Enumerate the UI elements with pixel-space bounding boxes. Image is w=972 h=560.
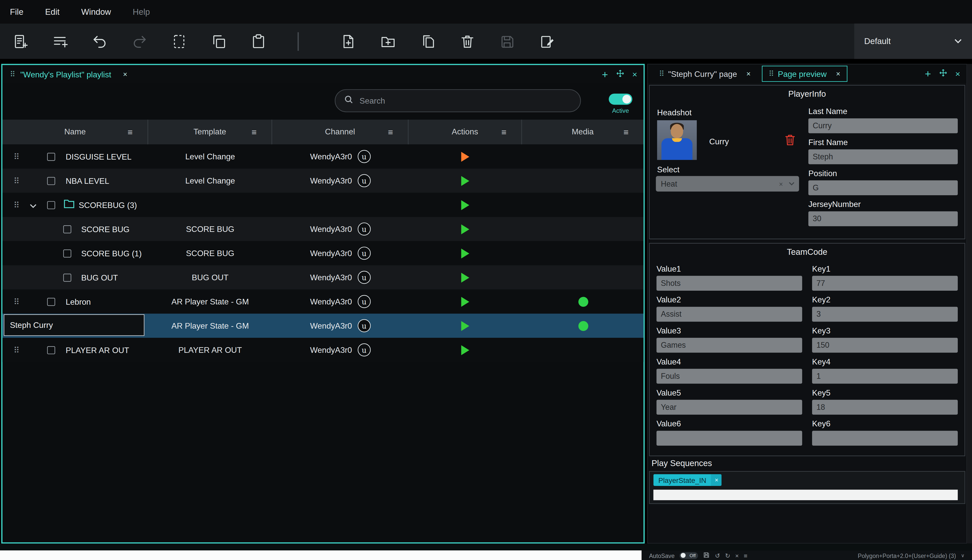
headshot-image[interactable] [657,120,697,160]
play-button[interactable] [461,176,469,185]
drag-handle-icon[interactable]: ⠿ [769,70,774,78]
column-header-channel[interactable]: Channel≡ [272,120,408,144]
add-playlist-row-button[interactable] [52,33,68,49]
list-icon[interactable]: ≡ [744,552,747,559]
search-box[interactable] [335,89,581,112]
sequence-tag[interactable]: PlayerState_IN× [653,474,722,486]
menu-edit[interactable]: Edit [45,7,60,17]
row-checkbox[interactable] [63,249,71,257]
active-toggle[interactable] [609,94,632,105]
add-note-button[interactable] [12,33,28,49]
profile-dropdown[interactable]: Default [854,24,972,59]
player-field-input[interactable] [808,211,958,226]
playlist-row[interactable]: ⠿ Lebron AR Player State - GM WendyA3r0 … [3,289,644,313]
redo-icon[interactable]: ↻ [725,552,730,559]
play-button[interactable] [461,297,469,307]
column-menu-icon[interactable]: ≡ [128,120,133,144]
player-field-input[interactable] [808,149,958,164]
playlist-row[interactable]: ⠿ SCOREBUG (3) [3,193,644,217]
playlist-row[interactable]: ⠿ SCORE BUG SCORE BUG WendyA3r0 u [3,217,644,241]
row-checkbox[interactable] [63,225,71,233]
close-icon[interactable]: × [632,70,637,79]
column-menu-icon[interactable]: ≡ [252,120,257,144]
play-button[interactable] [461,272,469,282]
teamcode-value-input[interactable] [657,400,802,415]
save-button[interactable] [499,33,515,49]
undo-icon[interactable]: ↺ [715,552,720,559]
chevron-down-icon[interactable] [789,182,795,186]
play-button[interactable] [461,321,469,331]
player-field-input[interactable] [808,180,958,195]
copy-button[interactable] [211,33,227,49]
row-checkbox[interactable] [63,273,71,282]
rename-page-button[interactable] [539,33,555,49]
delete-button[interactable] [459,33,475,49]
playlist-tab[interactable]: ⠿ "Wendy's Playlist" playlist × [3,65,135,84]
drag-handle-icon[interactable]: ⠿ [14,345,19,355]
sequence-tag-remove-icon[interactable]: × [711,474,722,486]
close-icon[interactable]: × [955,70,960,78]
teamcode-key-input[interactable] [812,276,958,291]
teamcode-key-input[interactable] [812,431,958,445]
add-icon[interactable]: + [602,69,608,80]
row-checkbox[interactable] [47,152,55,161]
row-checkbox[interactable] [47,177,55,185]
column-menu-icon[interactable]: ≡ [624,120,629,144]
playlist-row[interactable]: ⠿ SCORE BUG (1) SCORE BUG WendyA3r0 u [3,241,644,265]
search-input[interactable] [358,95,547,106]
playlist-row[interactable]: ⠿ Steph Curry AR Player State - GM Wendy… [3,313,644,338]
close-icon[interactable]: × [836,70,840,78]
row-checkbox[interactable] [47,346,55,354]
new-folder-button[interactable] [380,33,396,49]
drag-handle-icon[interactable]: ⠿ [14,200,19,210]
delete-headshot-icon[interactable] [785,134,795,148]
drag-handle-icon[interactable]: ⠿ [659,70,664,78]
play-button[interactable] [461,345,469,355]
drag-handle-icon[interactable]: ⠿ [14,176,19,185]
play-button[interactable] [461,152,469,162]
row-checkbox[interactable] [47,298,55,306]
player-field-input[interactable] [808,118,958,133]
playlist-row[interactable]: ⠿ DISGUISE LEVEL Level Change WendyA3r0 … [3,144,644,168]
team-select-dropdown[interactable]: Heat × [656,176,799,192]
duplicate-page-button[interactable] [420,33,435,49]
play-sequence-input[interactable] [653,490,958,500]
paste-button[interactable] [250,33,267,49]
rename-input[interactable] [4,320,144,330]
drag-handle-icon[interactable]: ⠿ [10,70,15,79]
teamcode-key-input[interactable] [812,369,958,383]
column-header-actions[interactable]: Actions≡ [408,120,522,144]
menu-window[interactable]: Window [81,7,111,17]
column-header-name[interactable]: Name≡ [3,120,148,144]
playlist-row[interactable]: ⠿ BUG OUT BUG OUT WendyA3r0 u [3,265,644,289]
teamcode-value-input[interactable] [657,307,802,322]
play-button[interactable] [461,248,469,258]
undo-button[interactable] [92,33,108,49]
tab-steph-curry-page[interactable]: ⠿ "Steph Curry" page × [653,66,757,82]
drag-handle-icon[interactable]: ⠿ [14,297,19,306]
new-page-button[interactable] [340,33,357,49]
save-icon[interactable] [703,551,710,560]
add-icon[interactable]: + [925,68,931,79]
move-icon[interactable] [616,69,624,80]
menu-help[interactable]: Help [133,7,150,17]
column-menu-icon[interactable]: ≡ [388,120,393,144]
row-checkbox[interactable] [47,201,55,209]
column-header-media[interactable]: Media≡ [522,120,644,144]
project-selector[interactable]: Polygon+Porta+2.0+(User+Guide) (3) [858,552,956,559]
close-icon[interactable]: × [123,70,127,79]
teamcode-key-input[interactable] [812,400,958,415]
chevron-down-icon[interactable] [30,199,37,210]
play-button[interactable] [461,224,469,234]
teamcode-key-input[interactable] [812,307,958,322]
teamcode-key-input[interactable] [812,338,958,353]
play-button[interactable] [461,200,469,210]
redo-button[interactable] [132,33,147,49]
playlist-row[interactable]: ⠿ PLAYER AR OUT PLAYER AR OUT WendyA3r0 … [3,338,644,362]
menu-file[interactable]: File [10,7,23,17]
teamcode-value-input[interactable] [657,338,802,353]
clear-icon[interactable]: × [779,180,783,187]
teamcode-value-input[interactable] [657,276,802,291]
teamcode-value-input[interactable] [657,369,802,383]
playlist-row[interactable]: ⠿ NBA LEVEL Level Change WendyA3r0 u [3,168,644,193]
